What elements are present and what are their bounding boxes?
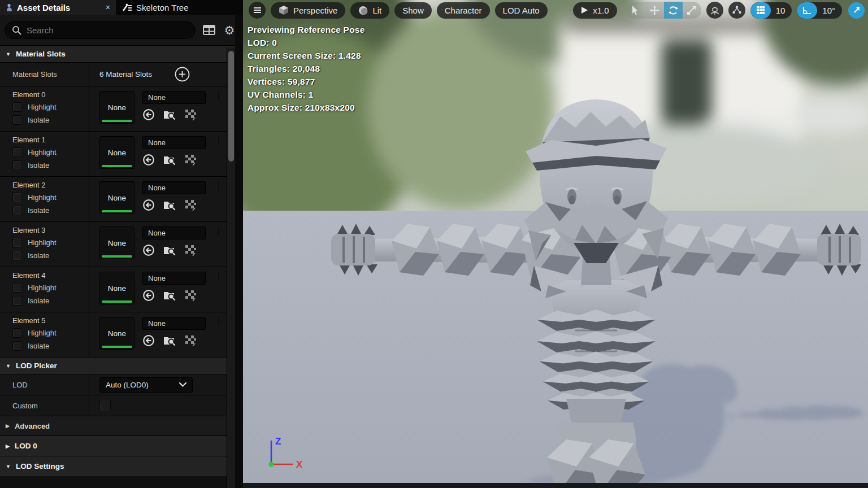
search-input[interactable]: Search xyxy=(5,21,196,39)
material-element-row: Element 1 Highlight Isolate None None xyxy=(0,131,243,176)
show-button[interactable]: Show xyxy=(394,2,432,19)
grid-snap-control[interactable]: 10 xyxy=(750,2,792,19)
highlight-label: Highlight xyxy=(28,329,57,337)
lit-button[interactable]: Lit xyxy=(350,2,389,19)
lod-label: LOD xyxy=(12,381,28,389)
tab-skeleton-tree[interactable]: Skeleton Tree xyxy=(116,0,243,15)
view-options-icon[interactable] xyxy=(202,23,216,37)
asset-details-panel: Asset Details × Skeleton Tree xyxy=(0,0,243,488)
custom-label: Custom xyxy=(12,402,38,410)
use-selected-asset-icon[interactable] xyxy=(142,244,155,256)
section-header-lod0[interactable]: ▶ LOD 0 xyxy=(0,435,243,456)
isolate-checkbox[interactable] xyxy=(12,115,22,125)
custom-checkbox[interactable] xyxy=(99,400,111,411)
browse-to-asset-icon[interactable] xyxy=(163,154,176,166)
material-select[interactable]: None xyxy=(142,226,206,239)
material-element-row: Element 3 Highlight Isolate None None xyxy=(0,221,243,267)
material-thumbnail[interactable]: None xyxy=(99,226,134,259)
select-tool-button[interactable] xyxy=(627,2,645,19)
isolate-checkbox[interactable] xyxy=(12,160,22,170)
material-thumbnail[interactable]: None xyxy=(99,272,134,304)
browse-to-asset-icon[interactable] xyxy=(163,334,176,347)
viewport-bottom-bar xyxy=(243,483,868,488)
rotate-tool-button[interactable] xyxy=(664,2,683,19)
section-header-lod-settings[interactable]: ▼ LOD Settings xyxy=(0,456,243,476)
use-selected-asset-icon[interactable] xyxy=(142,199,155,211)
material-select[interactable]: None xyxy=(142,136,206,149)
section-header-lod-picker[interactable]: ▼ LOD Picker xyxy=(0,357,243,374)
pattern-grid-icon[interactable] xyxy=(184,199,197,211)
pattern-grid-icon[interactable] xyxy=(184,334,197,347)
use-selected-asset-icon[interactable] xyxy=(142,334,155,347)
highlight-label: Highlight xyxy=(28,238,57,247)
material-thumbnail[interactable]: None xyxy=(99,181,134,214)
isolate-checkbox[interactable] xyxy=(12,251,22,260)
highlight-checkbox[interactable] xyxy=(12,147,22,157)
angle-snap-icon xyxy=(797,2,817,19)
move-tool-button[interactable] xyxy=(645,2,664,19)
scrollbar-thumb[interactable] xyxy=(228,51,234,162)
chevron-down-icon: ▼ xyxy=(6,51,11,57)
thumbnail-accent-bar xyxy=(102,165,132,167)
material-thumbnail[interactable]: None xyxy=(99,136,134,169)
axis-gizmo: Z X xyxy=(243,426,322,483)
stat-approx-size: Approx Size: 210x83x200 xyxy=(248,101,364,114)
stat-uv-channels: UV Channels: 1 xyxy=(248,88,364,101)
thumbnail-accent-bar xyxy=(102,255,132,258)
highlight-checkbox[interactable] xyxy=(12,238,22,247)
pattern-grid-icon[interactable] xyxy=(184,289,197,302)
pattern-grid-icon[interactable] xyxy=(184,244,197,256)
material-select[interactable]: None xyxy=(142,317,206,330)
isolate-label: Isolate xyxy=(28,116,49,124)
perspective-button[interactable]: Perspective xyxy=(271,2,345,19)
material-element-row: Element 5 Highlight Isolate None None xyxy=(0,312,243,357)
highlight-checkbox[interactable] xyxy=(12,283,22,293)
highlight-checkbox[interactable] xyxy=(12,102,22,112)
browse-to-asset-icon[interactable] xyxy=(163,108,176,121)
character-button[interactable]: Character xyxy=(437,2,490,19)
add-material-slot-button[interactable] xyxy=(175,67,190,82)
playback-speed-button[interactable]: x1.0 xyxy=(573,2,617,19)
pattern-grid-icon[interactable] xyxy=(184,108,197,121)
lod-auto-button[interactable]: LOD Auto xyxy=(495,2,548,19)
scale-tool-button[interactable] xyxy=(683,2,701,19)
material-select[interactable]: None xyxy=(142,91,206,104)
mesh-graph-button[interactable] xyxy=(728,2,745,19)
material-thumbnail[interactable]: None xyxy=(99,317,134,350)
advanced-expander[interactable]: ▶ Advanced xyxy=(0,416,243,435)
use-selected-asset-icon[interactable] xyxy=(142,289,155,302)
browse-to-asset-icon[interactable] xyxy=(163,199,176,211)
use-selected-asset-icon[interactable] xyxy=(142,108,155,121)
angle-snap-control[interactable]: 10° xyxy=(797,2,842,19)
use-selected-asset-icon[interactable] xyxy=(142,154,155,166)
scale-icon xyxy=(687,6,696,15)
settings-gear-icon[interactable]: ⚙ xyxy=(223,23,236,37)
lod-dropdown[interactable]: Auto (LOD0) xyxy=(99,377,193,393)
isolate-checkbox[interactable] xyxy=(12,296,22,306)
material-slots-count: 6 Material Slots xyxy=(99,70,152,79)
highlight-checkbox[interactable] xyxy=(12,193,22,202)
pattern-grid-icon[interactable] xyxy=(184,154,197,166)
sphere-icon xyxy=(358,6,368,15)
panel-scrollbar[interactable] xyxy=(227,47,235,488)
isolate-checkbox[interactable] xyxy=(12,206,22,215)
material-thumbnail[interactable]: None xyxy=(99,91,134,124)
select-icon xyxy=(632,6,640,15)
material-select[interactable]: None xyxy=(142,181,206,194)
element-label: Element 1 xyxy=(12,136,89,144)
stat-lod: LOD: 0 xyxy=(248,36,364,49)
section-header-material-slots[interactable]: ▼ Material Slots xyxy=(0,45,243,62)
tab-asset-details[interactable]: Asset Details × xyxy=(0,0,116,15)
close-tab-icon[interactable]: × xyxy=(106,3,110,12)
viewport-menu-button[interactable] xyxy=(249,2,266,19)
material-select[interactable]: None xyxy=(142,272,206,285)
grid-snap-value: 10 xyxy=(771,6,792,15)
browse-to-asset-icon[interactable] xyxy=(163,244,176,256)
highlight-checkbox[interactable] xyxy=(12,328,22,338)
coordinate-system-button[interactable] xyxy=(706,2,723,19)
isolate-checkbox[interactable] xyxy=(12,341,22,351)
character-body xyxy=(331,99,861,488)
browse-to-asset-icon[interactable] xyxy=(163,289,176,302)
maximize-viewport-button[interactable] xyxy=(848,2,865,19)
viewport[interactable]: Previewing Reference Pose LOD: 0 Current… xyxy=(243,0,868,488)
